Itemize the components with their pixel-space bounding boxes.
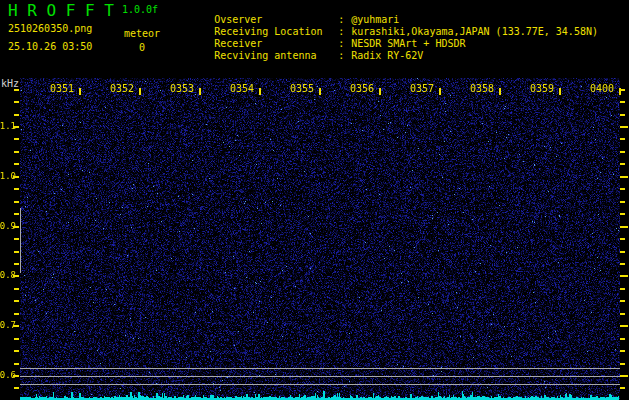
y-axis-label: 1.1 bbox=[0, 121, 16, 131]
x-axis-label: 0357 bbox=[404, 83, 434, 93]
y-axis-tick-minor-left bbox=[14, 163, 19, 165]
y-axis-tick-major-right bbox=[620, 176, 628, 178]
y-axis-tick-minor-right bbox=[620, 151, 625, 153]
y-axis-tick-minor-right bbox=[620, 138, 625, 140]
x-axis-tick bbox=[199, 88, 201, 95]
x-axis-label: 0352 bbox=[104, 83, 134, 93]
reference-line bbox=[20, 384, 620, 385]
y-axis-tick-minor-right bbox=[620, 238, 625, 240]
y-axis-tick-minor-left bbox=[14, 251, 19, 253]
y-axis-tick-minor-right bbox=[620, 363, 625, 365]
x-axis-label: 0356 bbox=[344, 83, 374, 93]
y-axis-tick-minor-right bbox=[620, 350, 625, 352]
x-axis-label: 0355 bbox=[284, 83, 314, 93]
x-axis-label: 0358 bbox=[464, 83, 494, 93]
x-axis-tick bbox=[439, 88, 441, 95]
x-axis-tick bbox=[619, 88, 621, 95]
reference-line bbox=[20, 368, 620, 369]
hrofft-window: H R O F F T 1.0.0f 2510260350.png meteor… bbox=[0, 0, 629, 400]
y-axis-label: 0.7 bbox=[0, 320, 16, 330]
x-axis-label: 0354 bbox=[224, 83, 254, 93]
y-axis-tick-minor-left bbox=[14, 363, 19, 365]
y-axis-tick-major-right bbox=[620, 325, 628, 327]
y-axis-tick-minor-left bbox=[14, 238, 19, 240]
y-axis-tick-minor-left bbox=[14, 114, 19, 116]
y-axis-label: 0.8 bbox=[0, 270, 16, 280]
y-axis-tick-major-right bbox=[620, 375, 628, 377]
y-axis-tick-minor-right bbox=[620, 263, 625, 265]
x-axis-tick bbox=[319, 88, 321, 95]
y-axis-tick-minor-right bbox=[620, 300, 625, 302]
y-axis-tick-minor-left bbox=[14, 151, 19, 153]
x-axis-tick bbox=[79, 88, 81, 95]
y-axis-tick-minor-right bbox=[620, 188, 625, 190]
y-axis-tick-minor-left bbox=[14, 387, 19, 389]
y-axis-tick-major-right bbox=[620, 126, 628, 128]
y-axis-tick-minor-left bbox=[14, 101, 19, 103]
y-axis-tick-minor-left bbox=[14, 188, 19, 190]
x-axis-label: 0400 bbox=[584, 83, 614, 93]
reference-line bbox=[20, 376, 620, 377]
y-axis-tick-minor-right bbox=[620, 163, 625, 165]
y-axis-tick-minor-left bbox=[14, 300, 19, 302]
y-axis-tick-minor-left bbox=[14, 263, 19, 265]
x-axis-tick bbox=[379, 88, 381, 95]
y-axis-tick-minor-right bbox=[620, 288, 625, 290]
y-axis-tick-major-right bbox=[620, 226, 628, 228]
y-axis-label: 1.0 bbox=[0, 171, 16, 181]
y-axis-tick-minor-right bbox=[620, 114, 625, 116]
y-axis-label: 0.9 bbox=[0, 221, 16, 231]
y-axis-tick-minor-left bbox=[14, 89, 19, 91]
y-axis-tick-minor-right bbox=[620, 201, 625, 203]
x-axis-label: 0353 bbox=[164, 83, 194, 93]
y-axis-tick-minor-left bbox=[14, 138, 19, 140]
y-axis-tick-minor-right bbox=[620, 387, 625, 389]
y-axis-tick-minor-left bbox=[14, 313, 19, 315]
x-axis-tick bbox=[499, 88, 501, 95]
x-axis-tick bbox=[259, 88, 261, 95]
y-axis-tick-major-right bbox=[620, 275, 628, 277]
y-axis-tick-minor-right bbox=[620, 338, 625, 340]
x-axis-tick bbox=[139, 88, 141, 95]
frequency-band-marker bbox=[20, 208, 21, 273]
y-axis-tick-minor-right bbox=[620, 251, 625, 253]
x-axis-label: 0351 bbox=[44, 83, 74, 93]
y-axis-tick-minor-left bbox=[14, 338, 19, 340]
y-axis-tick-minor-left bbox=[14, 288, 19, 290]
y-axis-tick-minor-right bbox=[620, 313, 625, 315]
y-axis-tick-minor-left bbox=[14, 213, 19, 215]
x-axis-tick bbox=[559, 88, 561, 95]
y-axis-tick-minor-left bbox=[14, 201, 19, 203]
y-axis-tick-minor-right bbox=[620, 213, 625, 215]
y-axis-tick-minor-right bbox=[620, 101, 625, 103]
chart-axes-layer: 1.11.00.90.80.70.60351035203530354035503… bbox=[0, 0, 629, 400]
x-axis-label: 0359 bbox=[524, 83, 554, 93]
y-axis-tick-minor-left bbox=[14, 350, 19, 352]
y-axis-label: 0.6 bbox=[0, 370, 16, 380]
